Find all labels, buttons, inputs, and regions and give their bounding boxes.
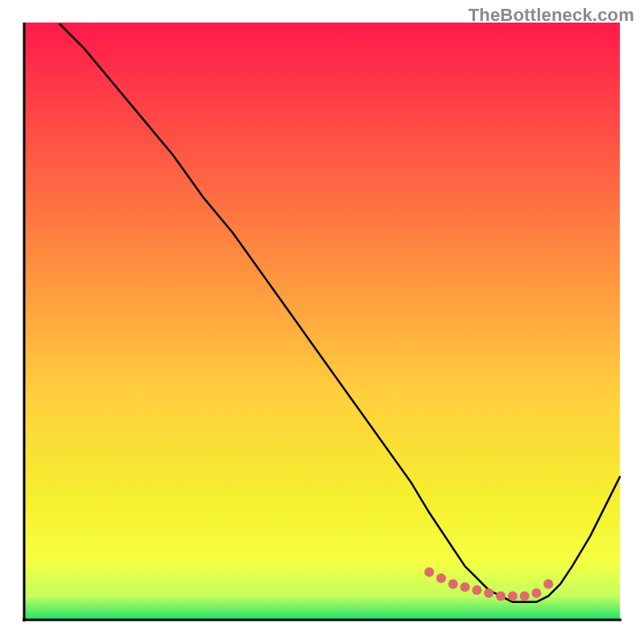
optimal-marker: [496, 591, 506, 601]
optimal-marker: [436, 573, 446, 583]
optimal-marker: [460, 582, 470, 592]
optimal-marker: [484, 588, 493, 598]
optimal-marker: [472, 585, 481, 595]
optimal-marker: [424, 568, 434, 577]
gradient-bg: [24, 23, 620, 620]
optimal-marker: [508, 591, 518, 601]
optimal-marker: [531, 588, 541, 598]
optimal-marker: [448, 580, 458, 589]
optimal-marker: [543, 580, 553, 589]
plot-area: [23, 23, 621, 621]
plot-svg: [23, 23, 621, 621]
chart-canvas: TheBottleneck.com: [0, 0, 644, 644]
optimal-marker: [520, 591, 530, 601]
